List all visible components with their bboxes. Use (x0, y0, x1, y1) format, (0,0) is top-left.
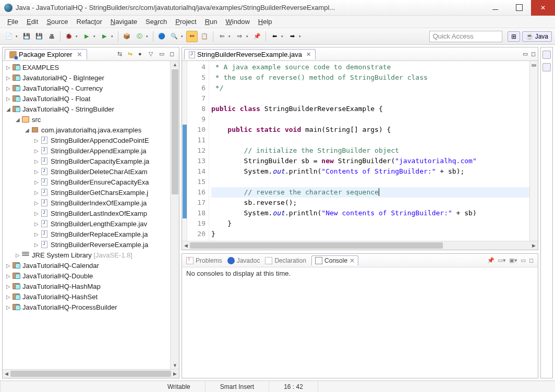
expand-icon[interactable]: ▷ (5, 65, 12, 70)
scroll-up-arrow[interactable]: ▲ (173, 62, 177, 67)
tree-node[interactable]: ▷StringBuilderAppendCodePointE (3, 135, 170, 145)
search-button[interactable]: 🔍 (168, 31, 180, 42)
close-editor-icon[interactable]: ✕ (306, 51, 311, 58)
javadoc-tab[interactable]: Javadoc (227, 257, 260, 264)
overview-ruler[interactable] (529, 61, 538, 241)
expand-icon[interactable]: ◢ (23, 127, 31, 133)
close-view-icon[interactable]: ✕ (349, 257, 355, 264)
nav-next-dropdown[interactable]: ▾ (246, 34, 250, 39)
run-last-button[interactable]: ▶ (99, 31, 110, 42)
menu-file[interactable]: File (3, 16, 22, 27)
pin-console-icon[interactable]: 📌 (487, 257, 494, 264)
focus-task-icon[interactable]: ● (138, 51, 146, 57)
pin-button[interactable]: 📌 (251, 31, 263, 42)
open-console-icon[interactable]: ▣▾ (509, 257, 517, 264)
new-type-button[interactable]: Ⓒ (134, 31, 145, 42)
expand-icon[interactable]: ▷ (5, 273, 12, 279)
minimize-view-icon[interactable]: ▭ (521, 257, 526, 264)
run-dropdown[interactable]: ▾ (93, 34, 98, 39)
debug-button[interactable]: 🐞 (63, 31, 75, 42)
expand-icon[interactable]: ▷ (5, 263, 12, 268)
scroll-thumb[interactable] (172, 69, 178, 194)
debug-dropdown[interactable]: ▾ (76, 34, 80, 39)
maximize-editor-icon[interactable]: ◻ (531, 51, 536, 57)
tree-node[interactable]: ▷StringBuilderLastIndexOfExamp (3, 208, 170, 218)
tree-node[interactable]: ▷JavaTutorialHQ-HashMap (3, 281, 170, 291)
line-number-gutter[interactable]: 4567891011121314151617181920 (187, 61, 209, 241)
toggle-mark-button[interactable]: ✏ (186, 31, 198, 42)
menu-window[interactable]: Window (222, 16, 254, 27)
expand-icon[interactable]: ◢ (5, 106, 12, 112)
forward-button[interactable]: ➡ (286, 31, 298, 42)
outline-trim-icon[interactable] (542, 51, 551, 59)
expand-icon[interactable]: ▷ (5, 85, 12, 91)
expand-icon[interactable]: ▷ (33, 200, 40, 206)
expand-icon[interactable]: ▷ (33, 211, 40, 216)
expand-icon[interactable]: ▷ (33, 169, 40, 175)
collapse-all-icon[interactable]: ⇆ (117, 51, 125, 57)
menu-help[interactable]: Help (254, 16, 276, 27)
tree-node[interactable]: ▷StringBuilderReplaceExample.ja (3, 229, 170, 239)
tree-node[interactable]: ▷StringBuilderEnsureCapacityExa (3, 177, 170, 187)
menu-search[interactable]: Search (141, 16, 171, 27)
back-button[interactable]: ⬅ (269, 31, 280, 42)
menu-source[interactable]: Source (42, 16, 72, 27)
tree-node[interactable]: ▷StringBuilderIndexOfExample.ja (3, 198, 170, 208)
java-perspective-button[interactable]: ☕ Java (522, 31, 552, 42)
code-area[interactable]: * A java example source code to demonstr… (209, 61, 529, 241)
editor-horizontal-scrollbar[interactable]: ◀ ▶ (182, 241, 538, 250)
expand-icon[interactable]: ▷ (5, 96, 12, 102)
editor-body[interactable]: 4567891011121314151617181920 * A java ex… (182, 61, 538, 241)
tree-node[interactable]: ▷JavaTutorialHQ-Double (3, 271, 170, 281)
tasklist-trim-icon[interactable] (542, 63, 551, 71)
minimize-view-icon[interactable]: ▭ (159, 51, 166, 57)
scroll-left-arrow[interactable]: ◀ (5, 371, 8, 376)
task-button[interactable]: 📋 (199, 31, 210, 42)
expand-icon[interactable]: ▷ (33, 231, 40, 237)
close-window-button[interactable] (531, 0, 555, 16)
expand-icon[interactable]: ▷ (33, 158, 40, 164)
new-type-dropdown[interactable]: ▾ (146, 34, 150, 39)
scroll-left-arrow[interactable]: ◀ (184, 243, 188, 248)
hscroll-thumb[interactable] (190, 242, 443, 249)
minimize-button[interactable] (483, 0, 507, 16)
print-button[interactable]: 🖶 (46, 31, 57, 42)
expand-icon[interactable]: ▷ (5, 284, 12, 289)
tree-node[interactable]: ▷JavaTutorialHQ - Float (3, 93, 170, 104)
maximize-view-icon[interactable]: ◻ (529, 257, 534, 264)
menu-run[interactable]: Run (201, 16, 222, 27)
expand-icon[interactable]: ▷ (14, 252, 21, 258)
tree-node[interactable]: ▷EXAMPLES (3, 62, 170, 72)
tree-node[interactable]: ◢JavaTutorialHQ - StringBuilder (3, 104, 170, 114)
expand-icon[interactable]: ▷ (33, 242, 40, 248)
display-console-icon[interactable]: ▭▾ (498, 257, 506, 264)
declaration-tab[interactable]: Declaration (265, 257, 306, 264)
scroll-right-arrow[interactable]: ▶ (532, 243, 536, 248)
tree-node[interactable]: ◢com.javatutorialhq.java.examples (3, 125, 170, 135)
problems-tab[interactable]: Problems (186, 257, 222, 264)
quick-access-input[interactable]: Quick Access (429, 31, 502, 42)
expand-icon[interactable]: ▷ (33, 148, 40, 154)
open-perspective-button[interactable]: ⊞ (508, 31, 520, 42)
open-type-button[interactable]: 🔵 (156, 31, 167, 42)
tree-vertical-scrollbar[interactable]: ▲ ▼ (170, 61, 179, 369)
menu-navigate[interactable]: Navigate (106, 16, 141, 27)
tree-node[interactable]: ▷StringBuilderGetCharsExample.j (3, 187, 170, 198)
tree-horizontal-scrollbar[interactable]: ◀ ▶ (3, 369, 179, 378)
tree-node[interactable]: ▷StringBuilderReverseExample.ja (3, 239, 170, 250)
tree-node[interactable]: ▷StringBuilderAppendExample.ja (3, 145, 170, 156)
forward-dropdown[interactable]: ▾ (299, 34, 303, 39)
tree-node[interactable]: ▷JavaTutorialHQ-HashSet (3, 291, 170, 302)
expand-icon[interactable]: ▷ (33, 221, 40, 227)
new-dropdown[interactable]: ▾ (16, 34, 20, 39)
minimize-editor-icon[interactable]: ▭ (523, 51, 528, 57)
tree-node[interactable]: ▷JavaTutorialHQ-Calendar (3, 260, 170, 271)
tree-node[interactable]: ▷StringBuilderLengthExample.jav (3, 218, 170, 229)
expand-icon[interactable]: ▷ (33, 138, 40, 143)
package-explorer-tree[interactable]: ▷EXAMPLES▷JavatutorialHQ - BigInteger▷Ja… (3, 61, 170, 369)
marker-bar[interactable] (182, 61, 187, 241)
expand-icon[interactable]: ▷ (5, 294, 12, 300)
tree-node[interactable]: ▷JavaTutorialHQ - Currency (3, 83, 170, 93)
expand-icon[interactable]: ▷ (5, 75, 12, 81)
nav-annotation-prev[interactable]: ⇦ (216, 31, 227, 42)
